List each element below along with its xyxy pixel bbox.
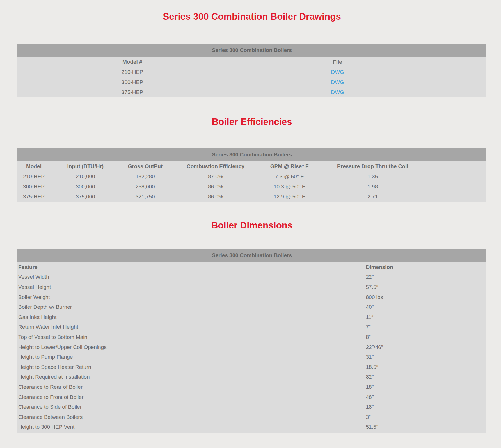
table-header-row: Model Input (BTU/Hr) Gross OutPut Combus… xyxy=(17,161,486,172)
gpm-rise-cell: 10.3 @ 50° F xyxy=(261,182,318,192)
pressure-drop-cell: 1.36 xyxy=(317,172,428,182)
dwg-link[interactable]: DWG xyxy=(331,89,344,95)
efficiencies-table-caption: Series 300 Combination Boilers xyxy=(17,148,486,161)
dwg-link[interactable]: DWG xyxy=(331,79,344,85)
dimension-cell: 22″/46″ xyxy=(366,342,486,352)
col-header-model: Model # xyxy=(122,59,142,65)
dimension-cell: 31″ xyxy=(366,352,486,362)
model-cell: 210-HEP xyxy=(17,172,50,182)
dimension-cell: 18″ xyxy=(366,402,486,412)
feature-cell: Vessel Width xyxy=(17,272,366,282)
gross-output-cell: 321,750 xyxy=(121,192,170,202)
feature-cell: Clearance to Rear of Boiler xyxy=(17,382,366,392)
feature-cell: Height to Lower/Upper Coil Openings xyxy=(17,342,366,352)
col-header-gross-output: Gross OutPut xyxy=(121,161,170,172)
combustion-efficiency-cell: 86.0% xyxy=(170,192,261,202)
pressure-drop-cell: 2.71 xyxy=(317,192,428,202)
feature-cell: Top of Vessel to Bottom Main xyxy=(17,332,366,342)
page-title: Series 300 Combination Boiler Drawings xyxy=(17,0,486,21)
drawings-table-caption: Series 300 Combination Boilers xyxy=(17,44,486,57)
dimensions-heading: Boiler Dimensions xyxy=(17,221,486,230)
table-row: Clearance Between Boilers 3″ xyxy=(17,412,486,422)
table-row: Height to 300 HEP Vent 51.5″ xyxy=(17,422,486,432)
table-row: 375-HEP DWG xyxy=(17,87,486,97)
feature-cell: Boiler Weight xyxy=(17,292,366,302)
table-row: Vessel Height 57.5″ xyxy=(17,282,486,292)
table-row: Boiler Depth w/ Burner 40″ xyxy=(17,302,486,312)
table-row: Vessel Width 22″ xyxy=(17,272,486,282)
input-cell: 375,000 xyxy=(50,192,121,202)
model-cell: 210-HEP xyxy=(17,67,247,77)
dimensions-table: Series 300 Combination Boilers Feature D… xyxy=(17,249,486,433)
feature-cell: Return Water Inlet Height xyxy=(17,322,366,332)
dimension-cell: 800 lbs xyxy=(366,292,486,302)
feature-cell: Clearance to Front of Boiler xyxy=(17,392,366,402)
table-row: Clearance to Front of Boiler 48″ xyxy=(17,392,486,402)
dimensions-grid: Feature Dimension Vessel Width 22″ Vesse… xyxy=(17,262,486,432)
combustion-efficiency-cell: 86.0% xyxy=(170,182,261,192)
efficiencies-table: Series 300 Combination Boilers Model Inp… xyxy=(17,148,486,202)
dimension-cell: 22″ xyxy=(366,272,486,282)
table-row: Return Water Inlet Height 7″ xyxy=(17,322,486,332)
dimension-cell: 8″ xyxy=(366,332,486,342)
table-row: Clearance to Side of Boiler 18″ xyxy=(17,402,486,412)
feature-cell: Height Required at Installation xyxy=(17,372,366,382)
model-cell: 375-HEP xyxy=(17,87,247,97)
table-row: 210-HEP DWG xyxy=(17,67,486,77)
dimension-cell: 51.5″ xyxy=(366,422,486,432)
dimension-cell: 7″ xyxy=(366,322,486,332)
table-row: 210-HEP 210,000 182,280 87.0% 7.3 @ 50° … xyxy=(17,172,486,182)
feature-cell: Clearance to Side of Boiler xyxy=(17,402,366,412)
dimension-cell: 11″ xyxy=(366,312,486,322)
gpm-rise-cell: 7.3 @ 50° F xyxy=(261,172,318,182)
dimension-cell: 48″ xyxy=(366,392,486,402)
table-header-row: Model # File xyxy=(17,57,486,67)
gross-output-cell: 258,000 xyxy=(121,182,170,192)
feature-cell: Height to Pump Flange xyxy=(17,352,366,362)
feature-cell: Boiler Depth w/ Burner xyxy=(17,302,366,312)
drawings-table: Series 300 Combination Boilers Model # F… xyxy=(17,44,486,97)
dimension-cell: 18″ xyxy=(366,382,486,392)
col-header-combustion-efficiency: Combustion Efficiency xyxy=(170,161,261,172)
dimension-cell: 18.5″ xyxy=(366,362,486,372)
feature-cell: Height to 300 HEP Vent xyxy=(17,422,366,432)
combustion-efficiency-cell: 87.0% xyxy=(170,172,261,182)
table-row: Clearance to Rear of Boiler 18″ xyxy=(17,382,486,392)
dimension-cell: 40″ xyxy=(366,302,486,312)
table-row: 375-HEP 375,000 321,750 86.0% 12.9 @ 50°… xyxy=(17,192,486,202)
gross-output-cell: 182,280 xyxy=(121,172,170,182)
table-row: 300-HEP 300,000 258,000 86.0% 10.3 @ 50°… xyxy=(17,182,486,192)
table-row: Height Required at Installation 82″ xyxy=(17,372,486,382)
table-row: Height to Pump Flange 31″ xyxy=(17,352,486,362)
col-header-dimension: Dimension xyxy=(366,262,486,272)
drawings-grid: Model # File 210-HEP DWG 300-HEP DWG 375… xyxy=(17,57,486,97)
efficiencies-heading: Boiler Efficiencies xyxy=(17,117,486,126)
efficiencies-grid: Model Input (BTU/Hr) Gross OutPut Combus… xyxy=(17,161,486,202)
model-cell: 375-HEP xyxy=(17,192,50,202)
table-row: Boiler Weight 800 lbs xyxy=(17,292,486,302)
gpm-rise-cell: 12.9 @ 50° F xyxy=(261,192,318,202)
dwg-link[interactable]: DWG xyxy=(331,69,344,75)
dimension-cell: 82″ xyxy=(366,372,486,382)
table-row: Height to Lower/Upper Coil Openings 22″/… xyxy=(17,342,486,352)
model-cell: 300-HEP xyxy=(17,182,50,192)
input-cell: 300,000 xyxy=(50,182,121,192)
col-header-feature: Feature xyxy=(17,262,366,272)
col-header-model: Model xyxy=(17,161,50,172)
col-header-gpm-rise: GPM @ Rise° F xyxy=(261,161,318,172)
feature-cell: Vessel Height xyxy=(17,282,366,292)
pressure-drop-cell: 1.98 xyxy=(317,182,428,192)
model-cell: 300-HEP xyxy=(17,77,247,87)
col-header-pressure-drop: Pressure Drop Thru the Coil xyxy=(317,161,428,172)
feature-cell: Gas Inlet Height xyxy=(17,312,366,322)
dimension-cell: 57.5″ xyxy=(366,282,486,292)
feature-cell: Clearance Between Boilers xyxy=(17,412,366,422)
table-row: Top of Vessel to Bottom Main 8″ xyxy=(17,332,486,342)
feature-cell: Height to Space Heater Return xyxy=(17,362,366,372)
dimension-cell: 3″ xyxy=(366,412,486,422)
table-row: Height to Space Heater Return 18.5″ xyxy=(17,362,486,372)
dimensions-table-caption: Series 300 Combination Boilers xyxy=(17,249,486,262)
input-cell: 210,000 xyxy=(50,172,121,182)
table-header-row: Feature Dimension xyxy=(17,262,486,272)
col-header-input: Input (BTU/Hr) xyxy=(50,161,121,172)
